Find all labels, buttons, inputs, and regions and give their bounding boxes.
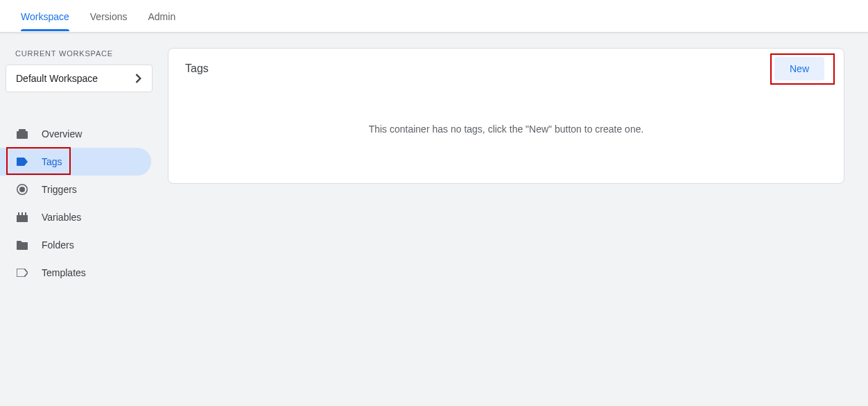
variables-icon (17, 212, 28, 223)
new-button[interactable]: New (774, 57, 824, 81)
svg-point-3 (19, 187, 25, 192)
workspace-label: CURRENT WORKSPACE (0, 46, 166, 65)
sidebar-item-label: Variables (42, 212, 81, 223)
svg-rect-7 (25, 212, 26, 215)
sidebar-item-label: Tags (42, 156, 62, 167)
tag-icon (17, 156, 28, 167)
sidebar: CURRENT WORKSPACE Default Workspace Over… (0, 33, 166, 406)
main-content: Tags New This container has no tags, cli… (166, 33, 868, 406)
card-title: Tags (185, 62, 209, 75)
triggers-icon (17, 184, 28, 195)
sidebar-item-folders[interactable]: Folders (0, 231, 151, 259)
tab-versions[interactable]: Versions (90, 1, 128, 31)
sidebar-item-tags[interactable]: Tags (0, 148, 151, 176)
svg-rect-6 (21, 212, 23, 215)
sidebar-item-label: Templates (42, 267, 86, 278)
templates-icon (17, 267, 28, 278)
sidebar-item-label: Overview (42, 128, 82, 139)
svg-rect-4 (17, 215, 28, 222)
tab-admin[interactable]: Admin (148, 1, 175, 31)
workspace-selector[interactable]: Default Workspace (6, 65, 153, 92)
workspace-name: Default Workspace (16, 73, 98, 84)
folder-icon (17, 239, 28, 251)
card-header: Tags New (168, 49, 844, 89)
svg-rect-5 (18, 212, 19, 215)
sidebar-item-variables[interactable]: Variables (0, 203, 151, 231)
sidebar-item-templates[interactable]: Templates (0, 259, 151, 287)
svg-rect-1 (19, 129, 26, 132)
sidebar-item-triggers[interactable]: Triggers (0, 176, 151, 203)
sidebar-item-label: Triggers (42, 184, 77, 195)
tags-card: Tags New This container has no tags, cli… (168, 48, 844, 184)
new-button-wrap: New (772, 54, 827, 83)
sidebar-item-label: Folders (42, 239, 74, 251)
empty-state-text: This container has no tags, click the "N… (168, 89, 844, 183)
dashboard-icon (17, 128, 28, 139)
svg-rect-0 (17, 131, 28, 139)
tab-workspace[interactable]: Workspace (21, 1, 69, 31)
sidebar-nav: Overview Tags Triggers Variables (0, 120, 166, 287)
top-tabs: Workspace Versions Admin (0, 0, 868, 33)
sidebar-item-overview[interactable]: Overview (0, 120, 151, 148)
chevron-right-icon (135, 74, 142, 83)
